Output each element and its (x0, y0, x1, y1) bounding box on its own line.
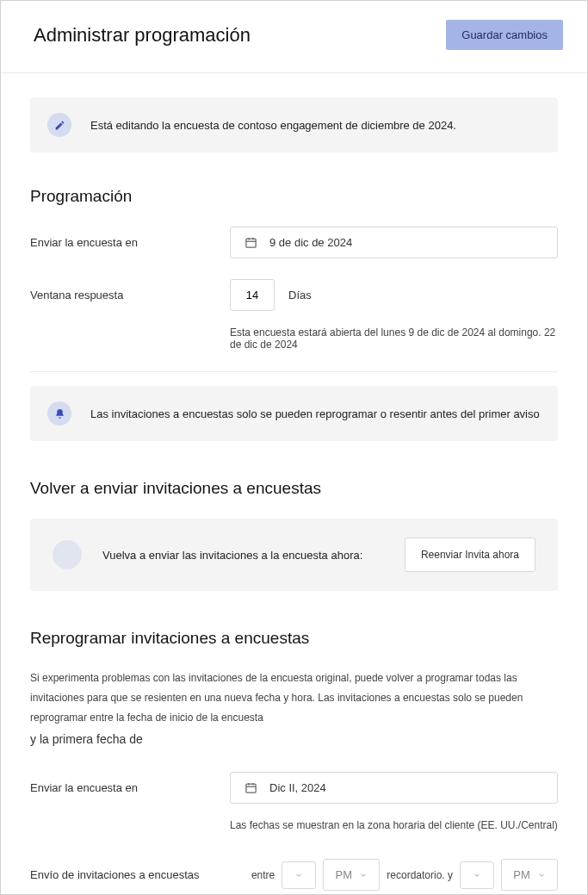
chevron-down-icon (359, 871, 368, 879)
save-changes-button[interactable]: Guardar cambios (446, 20, 563, 50)
and-word: recordatorio. y (387, 869, 453, 881)
response-window-label: Ventana respuesta (30, 289, 230, 301)
timezone-helper: Las fechas se muestran en la zona horari… (230, 819, 558, 831)
resend-panel: Vuelva a enviar las invitaciones a la en… (30, 519, 558, 591)
send-survey-date-input[interactable]: 9 de dic de 2024 (230, 227, 558, 258)
response-window-input[interactable] (230, 279, 275, 311)
response-window-helper: Esta encuesta estará abierta del lunes 9… (230, 326, 558, 351)
bell-icon (47, 401, 71, 426)
response-window-unit: Días (288, 289, 312, 301)
page-title: Administrar programación (34, 24, 251, 47)
time-to-hour-select[interactable] (460, 861, 494, 889)
editing-banner-text: Está editando la encuesta de contoso eng… (90, 119, 456, 132)
send-survey-label: Enviar la encuesta en (30, 236, 230, 249)
resend-panel-icon (53, 540, 82, 569)
editing-info-banner: Está editando la encuesta de contoso eng… (30, 97, 558, 152)
calendar-icon (244, 781, 257, 794)
pencil-icon (47, 113, 71, 137)
reschedule-description: Si experimenta problemas con las invitac… (30, 668, 558, 727)
time-to-ampm-select[interactable]: PM (501, 859, 558, 891)
resend-invites-button[interactable]: Reenviar Invita ahora (405, 538, 535, 572)
invite-info-banner: Las invitaciones a encuestas solo se pue… (30, 386, 558, 441)
schedule-section-title: Programación (30, 187, 558, 206)
invite-send-time-label: Envío de invitaciones a encuestas (30, 868, 200, 881)
time-from-ampm-select[interactable]: PM (323, 859, 380, 891)
divider (30, 371, 558, 372)
svg-rect-0 (246, 239, 256, 247)
chevron-down-icon (537, 871, 546, 879)
resend-section-title: Volver a enviar invitaciones a encuestas (30, 479, 558, 498)
reschedule-section-title: Reprogramar invitaciones a encuestas (30, 629, 558, 648)
chevron-down-icon (294, 871, 303, 879)
time-from-hour-select[interactable] (282, 861, 316, 889)
resend-panel-text: Vuelva a enviar las invitaciones a la en… (102, 549, 384, 562)
reschedule-date-value: Dic II, 2024 (269, 781, 326, 794)
reschedule-date-input[interactable]: Dic II, 2024 (230, 772, 558, 804)
between-word: entre (251, 869, 275, 881)
svg-rect-4 (246, 785, 256, 793)
calendar-icon (244, 236, 257, 249)
send-survey-date-value: 9 de dic de 2024 (269, 236, 352, 249)
reschedule-send-label: Enviar la encuesta en (30, 781, 230, 794)
chevron-down-icon (473, 871, 481, 879)
invite-banner-text: Las invitaciones a encuestas solo se pue… (90, 407, 540, 420)
reschedule-description-last: y la primera fecha de (30, 732, 558, 746)
